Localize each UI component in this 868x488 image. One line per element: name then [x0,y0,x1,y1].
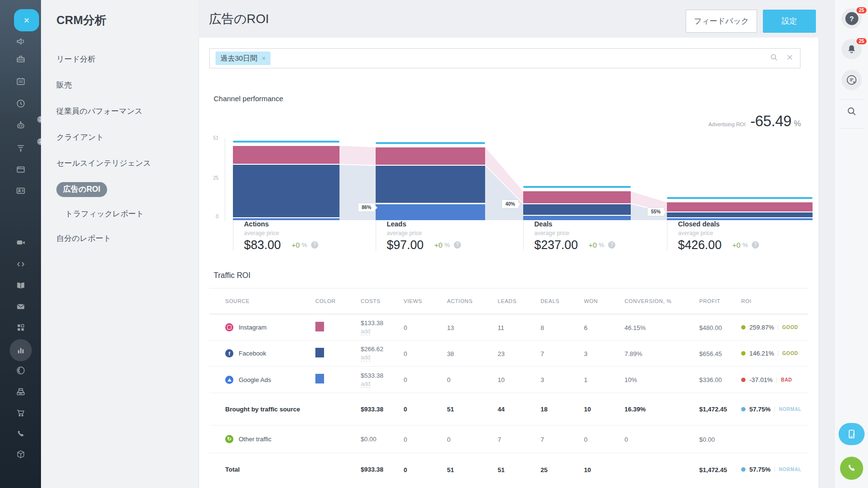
views-cell-value: 0 [404,376,407,383]
roi-cell: -37.01%BAD [741,376,808,383]
nav-item-リード分析[interactable]: リード分析 [56,46,198,72]
nav-item-active-label: 広告のROI [56,182,107,197]
rail-item-feed[interactable] [0,36,41,47]
nav-item-広告のROI[interactable]: 広告のROI [56,176,198,202]
rail-item-time[interactable] [0,98,41,109]
rail-item-analytics[interactable] [0,339,41,361]
roi-value: 57.75% [749,466,771,473]
roi-tag: NORMAL [779,407,801,412]
rail-item-knowledge-base[interactable] [0,280,41,291]
rail-search-button[interactable] [845,105,858,119]
stat-help-icon[interactable]: ? [311,241,318,249]
chart-title: Channel performance [214,94,283,103]
stat-change-unit: % [598,241,604,249]
source-cell: ↻Other traffic [209,435,315,443]
nav-item-セールスインテリジェンス[interactable]: セールスインテリジェンス [56,150,198,176]
table-header-cell: COSTS [361,298,404,304]
advertising-roi-value: -65.49 [750,113,791,130]
browser-window-icon [15,164,27,175]
profit-cell-value: $480.00 [699,324,722,331]
stat-help-icon[interactable]: ? [454,241,461,249]
table-header-cell: LEADS [498,298,541,304]
roi-status-dot [741,407,746,411]
feed-icon [15,36,27,47]
funnel-stage-marker [523,186,631,188]
deals-cell: 3 [541,375,584,384]
main-area: 広告のROI フィードバック 設定 過去30日間 × [198,0,834,488]
settings-button[interactable]: 設定 [763,10,816,33]
filter-clear-icon[interactable] [786,53,794,64]
rail-item-sites[interactable] [0,164,41,175]
table-header-cell: WON [584,298,624,304]
rail-item-mail[interactable] [0,301,41,312]
rail-item-time-management[interactable] [0,365,41,376]
cash-register-icon [15,386,27,397]
right-rail: ? 25 25 [834,0,868,488]
source-name: Total [225,466,240,473]
funnel-stage-marker [233,141,339,143]
stat-average-price: $237.00 [534,238,578,252]
nav-item-label: クライアント [56,132,104,143]
table-row[interactable]: Google Ads$533.38add00103110%$336.00-37.… [209,366,808,393]
stat-value-row: $237.00+0%? [534,238,631,252]
rail-item-contacts[interactable] [0,185,41,197]
actions-cell: 0 [447,375,498,384]
nav-item-自分のレポート[interactable]: 自分のレポート [56,225,198,251]
filter-tag[interactable]: 過去30日間 × [216,52,271,65]
rail-item-tasks[interactable] [0,53,41,65]
table-row[interactable]: Brought by traffic source$933.3805144181… [209,393,808,425]
actions-cell: 51 [447,405,498,413]
rail-item-apps[interactable] [0,322,41,333]
deals-cell-value: 18 [541,406,547,413]
rail-item-crm-funnel[interactable]: 26 [0,142,41,153]
funnel-segment-facebook [376,166,485,203]
rail-item-warehouse[interactable] [0,448,41,460]
rail-item-video[interactable] [0,237,41,248]
won-cell-value: 10 [584,466,591,474]
costs-value: $933.38 [361,406,400,413]
nav-title: CRM分析 [56,13,107,28]
notifications-button[interactable]: 25 [841,39,862,59]
call-button[interactable] [840,457,863,480]
rail-item-pos[interactable] [0,386,41,397]
feedback-button[interactable]: フィードバック [686,10,757,33]
table-row[interactable]: ↻Other traffic$0.00007700$0.00 [209,425,808,453]
menu-close-button[interactable]: × [14,9,39,31]
search-icon[interactable] [769,53,779,64]
add-cost-link[interactable]: add [361,354,370,361]
help-button[interactable]: ? 25 [841,8,862,28]
table-row[interactable]: Total$933.38051512510$1,472.4557.75%NORM… [209,453,808,486]
daily-plan-button[interactable] [841,70,862,90]
deals-cell: 7 [541,349,584,358]
nav-item-クライアント[interactable]: クライアント [56,124,198,150]
table-row[interactable]: Instagram$133.38add013118646.15%$480.002… [209,314,808,340]
stat-help-icon[interactable]: ? [752,241,759,249]
rail-item-telephony[interactable] [0,428,41,440]
table-row[interactable]: fFacebook$266.62add03823737.89%$656.4514… [209,340,808,366]
nav-item-販売[interactable]: 販売 [56,72,198,98]
add-cost-link[interactable]: add [361,328,370,335]
nav-item-トラフィックレポート[interactable]: トラフィックレポート [65,202,198,225]
funnel-segment-google-ads [667,218,813,220]
rail-item-developer[interactable] [0,258,41,270]
views-cell-value: 0 [404,350,407,357]
rail-item-calendar[interactable] [0,76,41,87]
stat-block-closed-deals: Closed dealsaverage price$426.00+0%? [667,219,813,251]
nav-item-従業員のパフォーマンス[interactable]: 従業員のパフォーマンス [56,98,198,124]
color-cell [315,348,361,359]
filter-tag-remove-icon[interactable]: × [262,54,266,62]
mobile-app-button[interactable] [839,423,865,445]
leads-cell-value: 44 [498,406,504,413]
conversion-cell: 0 [624,435,699,444]
funnel-segment-instagram [667,202,813,211]
funnel-segment-google-ads [233,218,339,220]
stat-help-icon[interactable]: ? [608,241,615,249]
rail-item-store[interactable] [0,407,41,419]
rail-item-chatbot[interactable]: 3 [0,119,41,131]
add-cost-link[interactable]: add [361,381,370,388]
costs-cell: $933.38 [361,466,404,473]
advertising-roi-readout: Advertising ROI -65.49 % [708,113,801,130]
filter-bar[interactable]: 過去30日間 × [209,48,800,68]
roi-divider [774,407,775,412]
deals-cell-value: 7 [541,350,544,357]
